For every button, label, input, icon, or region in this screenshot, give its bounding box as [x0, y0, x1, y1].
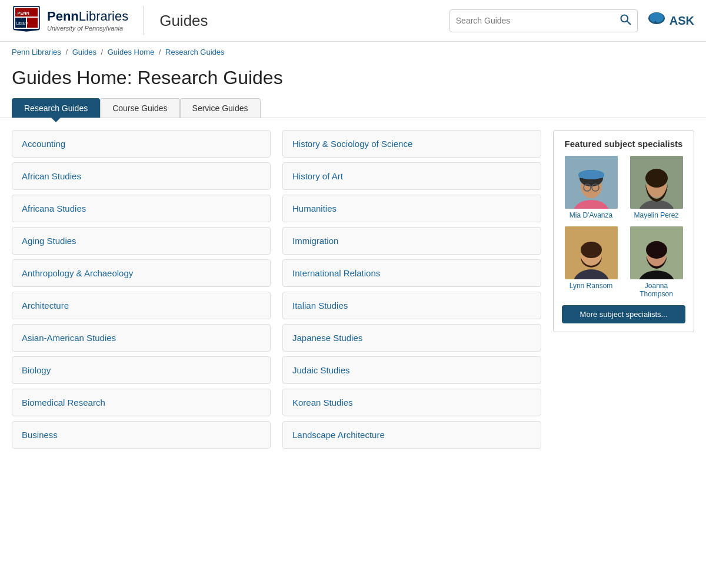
guide-item[interactable]: History of Art: [282, 162, 541, 190]
more-specialists-button[interactable]: More subject specialists...: [562, 305, 685, 323]
guide-item[interactable]: Judaic Studies: [282, 356, 541, 384]
guide-columns: AccountingAfrican StudiesAfricana Studie…: [12, 130, 541, 449]
svg-point-33: [646, 241, 667, 259]
specialist-name: Mayelin Perez: [634, 211, 678, 219]
specialist-item[interactable]: Mayelin Perez: [627, 156, 685, 219]
guide-item[interactable]: Business: [12, 421, 271, 449]
svg-text:Library: Library: [16, 21, 28, 26]
guide-link[interactable]: Biology: [22, 365, 51, 375]
logo-university: University of Pennsylvania: [47, 25, 128, 32]
sidebar: Featured subject specialists Mia D'Avanz…: [553, 130, 694, 449]
guide-item[interactable]: History & Sociology of Science: [282, 130, 541, 158]
ask-chat-icon: [647, 11, 666, 31]
featured-specialists-box: Featured subject specialists Mia D'Avanz…: [553, 130, 694, 332]
chat-icon: [647, 11, 666, 27]
guide-link[interactable]: Asian-American Studies: [22, 333, 116, 343]
guide-item[interactable]: Immigration: [282, 227, 541, 255]
specialist-item[interactable]: Mia D'Avanza: [562, 156, 620, 219]
guide-link[interactable]: African Studies: [22, 171, 81, 181]
tabs-bar: Research Guides Course Guides Service Gu…: [0, 98, 706, 118]
specialist-photo-icon: [630, 156, 683, 209]
featured-title: Featured subject specialists: [562, 139, 685, 149]
guide-item[interactable]: African Studies: [12, 162, 271, 190]
breadcrumb-sep2: /: [101, 48, 105, 56]
guide-link[interactable]: History of Art: [292, 171, 343, 181]
tab-research-guides[interactable]: Research Guides: [12, 98, 100, 118]
guide-item[interactable]: Anthropology & Archaeology: [12, 259, 271, 287]
tab-service-guides[interactable]: Service Guides: [180, 98, 261, 118]
specialist-avatar: [565, 226, 618, 279]
guide-item[interactable]: Aging Studies: [12, 227, 271, 255]
guide-link[interactable]: International Relations: [292, 268, 380, 278]
svg-point-25: [645, 169, 668, 188]
specialist-avatar: [630, 226, 683, 279]
header-divider: [144, 6, 144, 35]
header-left: PENN Library PennLibraries University of…: [12, 6, 208, 35]
specialist-name: Joanna Thompson: [627, 282, 685, 298]
left-guide-column: AccountingAfrican StudiesAfricana Studie…: [12, 130, 271, 449]
guide-link[interactable]: Architecture: [22, 300, 69, 310]
guide-link[interactable]: Immigration: [292, 236, 338, 246]
specialist-name: Lynn Ransom: [570, 282, 613, 290]
tab-course-guides[interactable]: Course Guides: [100, 98, 179, 118]
guide-link[interactable]: Korean Studies: [292, 397, 353, 407]
logo-area[interactable]: PENN Library PennLibraries University of…: [12, 6, 128, 35]
svg-line-9: [627, 21, 630, 24]
page-title: Guides Home: Research Guides: [0, 62, 706, 98]
guide-link[interactable]: Business: [22, 430, 58, 440]
guide-item[interactable]: Asian-American Studies: [12, 324, 271, 352]
site-header: PENN Library PennLibraries University of…: [0, 0, 706, 42]
search-button[interactable]: [620, 14, 631, 28]
guide-item[interactable]: Landscape Architecture: [282, 421, 541, 449]
svg-point-11: [650, 12, 664, 22]
guide-item[interactable]: Africana Studies: [12, 195, 271, 222]
svg-rect-18: [578, 172, 604, 178]
specialist-photo-icon: [565, 226, 618, 279]
guide-link[interactable]: History & Sociology of Science: [292, 139, 412, 149]
svg-rect-4: [27, 18, 38, 28]
specialist-name: Mia D'Avanza: [570, 211, 612, 219]
guide-item[interactable]: International Relations: [282, 259, 541, 287]
search-input[interactable]: [456, 16, 620, 25]
guide-item[interactable]: Korean Studies: [282, 389, 541, 416]
breadcrumb-research-guides[interactable]: Research Guides: [165, 48, 224, 56]
guide-item[interactable]: Biology: [12, 356, 271, 384]
search-icon: [620, 14, 631, 25]
svg-marker-5: [13, 30, 39, 32]
search-box[interactable]: [449, 9, 638, 32]
guide-link[interactable]: Anthropology & Archaeology: [22, 268, 133, 278]
breadcrumb-guides[interactable]: Guides: [72, 48, 96, 56]
specialist-avatar: [565, 156, 618, 209]
guides-title: Guides: [159, 12, 208, 30]
guide-link[interactable]: Landscape Architecture: [292, 430, 385, 440]
guide-link[interactable]: Judaic Studies: [292, 365, 350, 375]
guide-item[interactable]: Architecture: [12, 292, 271, 319]
guide-link[interactable]: Japanese Studies: [292, 333, 362, 343]
specialist-photo-icon: [565, 156, 618, 209]
breadcrumb-guides-home[interactable]: Guides Home: [108, 48, 154, 56]
ask-button[interactable]: ASK: [647, 11, 694, 31]
specialists-grid: Mia D'Avanza Mayelin Perez Lynn Ransom: [562, 156, 685, 298]
guide-item[interactable]: Italian Studies: [282, 292, 541, 319]
specialist-item[interactable]: Joanna Thompson: [627, 226, 685, 298]
logo-text: PennLibraries University of Pennsylvania: [47, 9, 128, 32]
breadcrumb-sep3: /: [159, 48, 163, 56]
breadcrumb-sep1: /: [65, 48, 69, 56]
guide-item[interactable]: Japanese Studies: [282, 324, 541, 352]
specialist-item[interactable]: Lynn Ransom: [562, 226, 620, 298]
right-guide-column: History & Sociology of ScienceHistory of…: [282, 130, 541, 449]
breadcrumb-penn-libraries[interactable]: Penn Libraries: [12, 48, 61, 56]
main-content: AccountingAfrican StudiesAfricana Studie…: [0, 118, 706, 460]
svg-point-29: [581, 242, 602, 258]
guide-link[interactable]: Humanities: [292, 203, 337, 213]
guide-item[interactable]: Humanities: [282, 195, 541, 222]
guide-link[interactable]: Africana Studies: [22, 203, 86, 213]
guide-link[interactable]: Italian Studies: [292, 300, 348, 310]
guide-link[interactable]: Biomedical Research: [22, 397, 105, 407]
guide-item[interactable]: Biomedical Research: [12, 389, 271, 416]
guide-item[interactable]: Accounting: [12, 130, 271, 158]
penn-shield-icon: PENN Library: [12, 6, 41, 35]
guide-link[interactable]: Aging Studies: [22, 236, 76, 246]
guide-link[interactable]: Accounting: [22, 139, 65, 149]
svg-text:PENN: PENN: [18, 11, 29, 16]
